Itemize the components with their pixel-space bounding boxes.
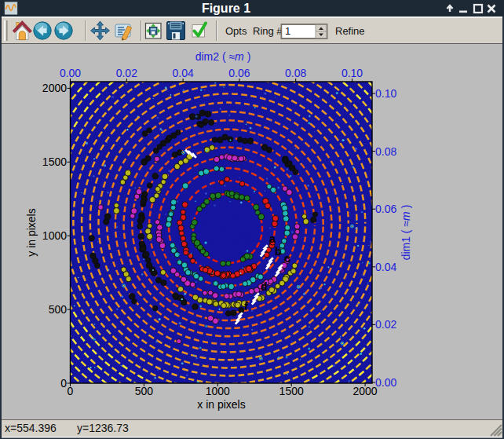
svg-text:1: 1 bbox=[285, 25, 290, 37]
svg-text:0.08: 0.08 bbox=[375, 145, 396, 158]
svg-text:2000: 2000 bbox=[42, 82, 67, 94]
svg-text:0.10: 0.10 bbox=[341, 67, 363, 79]
svg-text:1000: 1000 bbox=[206, 385, 230, 397]
svg-text:b: b bbox=[275, 245, 282, 258]
svg-text:0.02: 0.02 bbox=[375, 318, 396, 331]
svg-text:0.04: 0.04 bbox=[375, 261, 396, 273]
svg-text:a: a bbox=[269, 232, 276, 245]
svg-text:500: 500 bbox=[135, 385, 154, 397]
svg-text:Figure 1: Figure 1 bbox=[202, 2, 250, 15]
svg-text:Refine: Refine bbox=[335, 25, 365, 37]
svg-text:1000: 1000 bbox=[42, 229, 67, 242]
svg-text:x in pixels: x in pixels bbox=[197, 398, 245, 411]
svg-text:0: 0 bbox=[68, 385, 74, 397]
svg-text:Ring #: Ring # bbox=[253, 25, 283, 37]
svg-text:dim1 ( ≈m ): dim1 ( ≈m ) bbox=[400, 205, 412, 261]
svg-text:2000: 2000 bbox=[353, 385, 378, 397]
svg-text:y in pixels: y in pixels bbox=[25, 208, 38, 256]
svg-text:0.06: 0.06 bbox=[228, 67, 250, 79]
svg-text:d: d bbox=[261, 280, 268, 293]
svg-text:1500: 1500 bbox=[42, 155, 67, 168]
svg-text:0.00: 0.00 bbox=[60, 67, 81, 79]
svg-text:0: 0 bbox=[60, 377, 67, 390]
svg-text:0.04: 0.04 bbox=[172, 67, 193, 79]
svg-text:y=1236.73: y=1236.73 bbox=[77, 422, 129, 434]
svg-text:dim2 ( ≈m ): dim2 ( ≈m ) bbox=[195, 50, 251, 63]
svg-text:0.00: 0.00 bbox=[375, 376, 396, 389]
svg-text:1500: 1500 bbox=[279, 385, 304, 397]
svg-text:0.10: 0.10 bbox=[375, 87, 396, 100]
svg-text:c: c bbox=[284, 252, 290, 265]
svg-text:0.02: 0.02 bbox=[116, 67, 137, 79]
svg-text:0.08: 0.08 bbox=[285, 67, 306, 79]
svg-text:x=554.396: x=554.396 bbox=[5, 422, 57, 434]
svg-text:Opts: Opts bbox=[225, 25, 247, 37]
svg-text:0.06: 0.06 bbox=[375, 203, 396, 215]
svg-text:f: f bbox=[244, 300, 248, 313]
svg-text:500: 500 bbox=[49, 303, 68, 316]
